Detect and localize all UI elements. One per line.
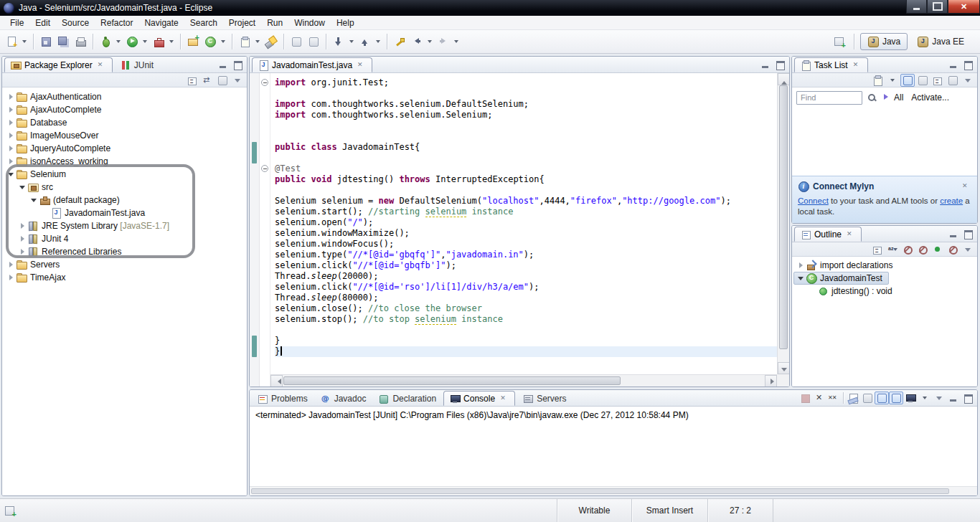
- save-button[interactable]: [37, 33, 55, 50]
- vertical-scrollbar-thumb[interactable]: [779, 85, 788, 349]
- menu-navigate[interactable]: Navigate: [138, 16, 184, 29]
- debug-button[interactable]: [97, 33, 114, 50]
- maximize-button[interactable]: [773, 58, 787, 71]
- back-button[interactable]: [408, 33, 425, 50]
- search-button[interactable]: [263, 33, 280, 50]
- tab-javadoc[interactable]: Javadoc: [315, 391, 372, 406]
- tree-collapsed-arrow-icon[interactable]: [6, 259, 16, 270]
- next-annotation-button[interactable]: [330, 33, 347, 50]
- minimize-button[interactable]: [216, 58, 230, 71]
- menu-edit[interactable]: Edit: [29, 16, 56, 29]
- menu-source[interactable]: Source: [56, 16, 95, 29]
- tree-expanded-arrow-icon[interactable]: [29, 194, 39, 206]
- maximize-button[interactable]: [961, 227, 975, 240]
- code-line[interactable]: public class JavadomainTest{: [275, 142, 789, 153]
- package-explorer-item[interactable]: src: [4, 181, 60, 194]
- code-line[interactable]: @Test: [275, 163, 789, 174]
- find-scope-all-button[interactable]: All: [892, 92, 905, 103]
- annotation-ruler[interactable]: [250, 73, 260, 386]
- close-icon[interactable]: [498, 393, 509, 404]
- code-line[interactable]: import com.thoughtworks.selenium.Seleniu…: [275, 110, 789, 120]
- package-explorer-item[interactable]: isonAccess_working: [4, 155, 115, 168]
- code-line[interactable]: [275, 325, 789, 336]
- scheduled-presentation-button[interactable]: [915, 74, 930, 87]
- package-explorer-item[interactable]: AjaxAuthentication: [4, 90, 108, 103]
- next-annotation-dropdown-button[interactable]: [347, 33, 357, 50]
- close-icon[interactable]: [844, 229, 856, 240]
- link-with-editor-button[interactable]: [200, 74, 215, 87]
- scroll-up-arrow-icon[interactable]: [778, 73, 790, 85]
- tree-collapsed-arrow-icon[interactable]: [6, 143, 16, 154]
- editor-horizontal-scrollbar[interactable]: [270, 374, 777, 386]
- menu-refactor[interactable]: Refactor: [95, 16, 138, 29]
- code-line[interactable]: [275, 88, 789, 99]
- hide-non-public-button[interactable]: [930, 243, 945, 256]
- maximize-button[interactable]: [961, 392, 975, 404]
- find-magnifier-icon[interactable]: [866, 92, 877, 103]
- code-line[interactable]: }: [275, 336, 789, 346]
- new-java-project-button[interactable]: [184, 33, 202, 50]
- package-explorer-item[interactable]: (default package): [4, 194, 126, 207]
- tree-expanded-arrow-icon[interactable]: [6, 169, 16, 180]
- external-tools-button[interactable]: [150, 33, 167, 50]
- code-line[interactable]: }: [275, 346, 789, 357]
- tree-collapsed-arrow-icon[interactable]: [6, 130, 16, 141]
- new-class-button[interactable]: [202, 33, 219, 50]
- scope-arrow-icon[interactable]: [881, 92, 888, 103]
- minimize-button[interactable]: [946, 58, 961, 71]
- external-tools-dropdown-button[interactable]: [167, 33, 176, 50]
- open-task-dropdown-button[interactable]: [253, 33, 263, 50]
- run-button[interactable]: [123, 33, 141, 50]
- code-area[interactable]: import org.junit.Test;import com.thought…: [270, 73, 789, 386]
- close-icon[interactable]: [851, 60, 862, 71]
- forward-button[interactable]: [435, 33, 452, 50]
- perspective-java-ee[interactable]: Java EE: [910, 33, 971, 50]
- print-button[interactable]: [72, 33, 89, 50]
- console-scrollbar-thumb[interactable]: [251, 488, 949, 494]
- perspective-java[interactable]: Java: [860, 33, 908, 50]
- package-explorer-item[interactable]: JavadomainTest.java: [4, 207, 151, 219]
- toggle-breadcrumb-button[interactable]: [305, 33, 322, 50]
- open-console-dropdown-button[interactable]: [918, 392, 932, 404]
- close-window-button[interactable]: [948, 0, 980, 14]
- tree-collapsed-arrow-icon[interactable]: [6, 117, 16, 128]
- forward-dropdown-button[interactable]: [452, 33, 461, 50]
- save-all-button[interactable]: [55, 33, 72, 50]
- categorized-presentation-button[interactable]: [900, 74, 915, 87]
- code-line[interactable]: Thread.sleep(80000);: [275, 293, 789, 303]
- code-line[interactable]: [275, 131, 789, 142]
- collapse-all-button[interactable]: [870, 243, 885, 256]
- maximize-window-button[interactable]: [927, 0, 948, 14]
- close-icon[interactable]: [95, 60, 107, 71]
- maximize-button[interactable]: [230, 58, 245, 71]
- tab-servers[interactable]: Servers: [517, 391, 571, 406]
- tab-junit[interactable]: JUnit: [115, 57, 159, 72]
- outline-item[interactable]: import declarations: [793, 259, 899, 272]
- clear-console-button[interactable]: [846, 392, 860, 404]
- back-dropdown-button[interactable]: [425, 33, 435, 50]
- code-line[interactable]: selenium.open("/");: [275, 217, 789, 228]
- remove-launch-button[interactable]: [812, 392, 826, 404]
- code-line[interactable]: [275, 185, 789, 196]
- folding-ruler[interactable]: [260, 73, 270, 386]
- package-explorer-item[interactable]: JRE System Library [JavaSE-1.7]: [4, 219, 176, 232]
- collapse-all-button[interactable]: [185, 74, 199, 87]
- code-line[interactable]: selenium.windowMaximize();: [275, 228, 789, 239]
- last-edit-location-button[interactable]: [391, 33, 408, 50]
- scroll-left-arrow-icon[interactable]: [270, 375, 283, 387]
- editor-vertical-scrollbar[interactable]: [777, 73, 789, 374]
- code-line[interactable]: [275, 153, 789, 163]
- connect-link[interactable]: Connect: [798, 196, 829, 205]
- code-line[interactable]: selenium.start(); //starting selenium in…: [275, 207, 789, 217]
- package-explorer-item[interactable]: Servers: [4, 258, 66, 271]
- insert-mode-status[interactable]: Smart Insert: [631, 499, 707, 522]
- package-explorer-item[interactable]: TimeAjax: [4, 271, 72, 284]
- hide-static-members-button[interactable]: [915, 243, 930, 256]
- menu-file[interactable]: File: [4, 16, 29, 29]
- display-selected-console-button[interactable]: [889, 392, 903, 404]
- tab-problems[interactable]: Problems: [252, 391, 313, 406]
- minimize-window-button[interactable]: [906, 0, 927, 14]
- package-explorer-item[interactable]: JqueryAutoComplete: [4, 142, 117, 155]
- code-line[interactable]: [275, 120, 789, 131]
- code-line[interactable]: import org.junit.Test;: [275, 77, 789, 88]
